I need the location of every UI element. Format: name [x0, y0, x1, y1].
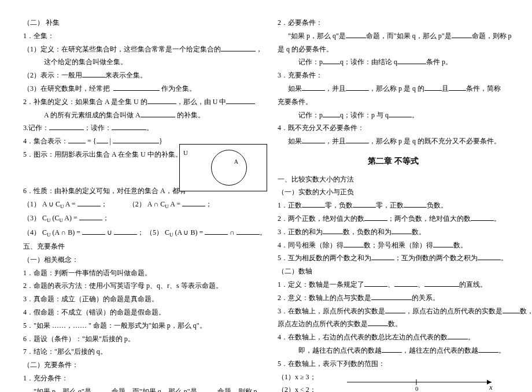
right-column: 2．必要条件： "如果 p，那么 q"是命题，而"如果 q，那么 p"是命题，则…	[278, 16, 509, 392]
item: 2．两个正数，绝对值大的数；两个负数，绝对值大的数。	[278, 212, 509, 225]
item: 1．命题：判断一件事情的语句叫做命题。	[23, 267, 254, 280]
blank	[353, 200, 376, 208]
blank	[68, 136, 86, 143]
blank	[371, 253, 394, 260]
blank	[385, 306, 405, 313]
item: "如果 p，那么 q"是命题，而"如果 q，那么 p"是命题，则称 p	[23, 385, 254, 392]
blank	[371, 293, 412, 300]
blank	[471, 213, 494, 221]
blank	[82, 227, 105, 235]
number-line-icon: 0 x	[347, 373, 497, 391]
blank	[226, 97, 255, 104]
item: "如果 p，那么 q"是命题，而"如果 q，那么 p"是命题，则称 p	[278, 29, 509, 43]
blank	[452, 31, 472, 38]
subheading: （二）数轴	[278, 265, 509, 278]
subheading: （一）相关概念：	[23, 253, 254, 267]
item: 3．充要条件：	[278, 69, 509, 82]
item: 3.记作：；读作：。	[23, 121, 254, 135]
blank	[82, 70, 105, 77]
item: 记作：pq；读作：由结论 q条件 p。	[278, 56, 509, 69]
item: 3．正数的和为数，负数的和为数。	[278, 225, 509, 239]
blank	[343, 240, 364, 247]
item: 如果，并且，那么称 p 是 q 的既不充分又不必要条件。	[278, 135, 509, 148]
blank	[382, 345, 402, 353]
blank	[49, 123, 84, 130]
item: 3．真命题：成立（正确）的命题是真命题。	[23, 293, 254, 306]
blank	[346, 31, 366, 38]
blank	[364, 279, 387, 287]
venn-label-u: U	[183, 147, 188, 159]
blank	[237, 227, 260, 235]
item: 4．同号相乘（除）得数；异号相乘（除）得数。	[278, 239, 509, 252]
item: 4．既不充分又不必要条件：	[278, 121, 509, 135]
left-column: （二） 补集 1．全集： （1）定义：在研究某些集合时，这些集合常常是一个给定集…	[23, 16, 254, 392]
blank	[389, 110, 412, 117]
blank	[424, 83, 442, 91]
item: 是 q 的必要条件。	[278, 43, 509, 56]
blank	[346, 83, 369, 91]
blank	[114, 227, 137, 235]
item: （2）表示：一般用来表示全集。	[23, 69, 254, 82]
blank	[404, 200, 427, 208]
blank	[448, 332, 468, 339]
heading: 一、比较实数大小的方法	[278, 173, 509, 186]
item: 5．"如果 ……，…… " 命题：一般形式为"如果 p，那么 q"。	[23, 319, 254, 332]
blank	[77, 199, 101, 206]
item: 原点左边的点所代表的实数是数。	[278, 317, 509, 331]
blank	[302, 136, 325, 143]
blank	[364, 213, 387, 221]
item: 1．正数零，负数零，正数负数。	[278, 199, 509, 212]
item: 5．互为相反数的两个数之和为；互为倒数的两个数之积为。	[278, 252, 509, 265]
blank	[113, 136, 159, 143]
item: 记作：pq；读作：p 与 q。	[278, 109, 509, 122]
venn-circle: A	[211, 150, 247, 186]
blank	[91, 386, 112, 392]
axis-x-label: x	[489, 383, 493, 391]
blank	[323, 227, 343, 234]
blank	[112, 123, 146, 130]
venn-label-a: A	[234, 156, 238, 167]
axis-zero-label: 0	[415, 385, 419, 391]
blank	[478, 253, 501, 260]
blank	[503, 306, 520, 313]
item: （3）在研究数集时，经常把 作为全集。	[23, 82, 254, 95]
item: 3．在数轴上，原点所代表的实数是，原点右边的点所代表的实数是数，	[278, 305, 509, 318]
blank	[302, 83, 325, 91]
blank	[221, 44, 256, 51]
item: A 的所有元素组成的集合叫做 A 的补集。	[23, 109, 254, 122]
item: 1．定义：数轴是一条规定了、、的直线。	[278, 278, 509, 291]
blank	[79, 213, 102, 220]
blank	[197, 386, 217, 392]
item: （1） A ∪ CU A = ； （2） A ∩ CU A = ；	[23, 198, 254, 212]
item: 6．题设（条件）："如果"后接的 p。	[23, 332, 254, 346]
subheading: （二）充要条件：	[23, 358, 254, 372]
item: 即，越往右的点代表的数越，越往左的点代表的数越。	[278, 344, 509, 357]
blank	[97, 136, 108, 143]
blank	[113, 83, 160, 91]
item: 5．在数轴上，表示下列数的范围：	[278, 357, 509, 371]
item: 这个给定的集合叫做全集。	[23, 56, 254, 69]
blank	[368, 319, 388, 326]
blank	[478, 345, 498, 353]
item: 如果，并且，那么称 p 是 q 的且条件，简称	[278, 82, 509, 95]
blank	[302, 200, 325, 208]
item: 2．命题的表示方法：使用小写英语字母 p、q、r、s 等表示命题。	[23, 279, 254, 293]
item: （4） CU (A ∩ B) = ∪ ； （5） CU (A ∪ B) = ∩ …	[23, 226, 254, 240]
blank	[182, 199, 205, 206]
blank	[346, 136, 369, 143]
chapter-title: 第二章 不等式	[278, 154, 509, 169]
heading: 五、充要条件	[23, 240, 254, 253]
blank	[424, 279, 459, 287]
heading-buji: （二） 补集	[23, 16, 254, 29]
item: （1）定义：在研究某些集合时，这些集合常常是一个给定集合的，	[23, 43, 254, 56]
subheading: （一）实数的大小与正负	[278, 186, 509, 199]
item: 1．全集：	[23, 29, 254, 43]
item: 7．结论："那么"后接的 q。	[23, 345, 254, 358]
item: （3） CU (CU A) = ；	[23, 212, 254, 225]
item: 2．意义：数轴上的点与实数是的关系。	[278, 291, 509, 305]
item: 4．假命题：不成立（错误）的命题是假命题。	[23, 306, 254, 319]
item: 2．补集的定义：如果集合 A 是全集 U 的，那么，由 U 中	[23, 95, 254, 109]
item: 4．在数轴上，右边的点代表的数总比左边的点代表的数。	[278, 331, 509, 344]
venn-diagram: U A	[179, 144, 267, 191]
item: 1．充分条件：	[23, 372, 254, 385]
